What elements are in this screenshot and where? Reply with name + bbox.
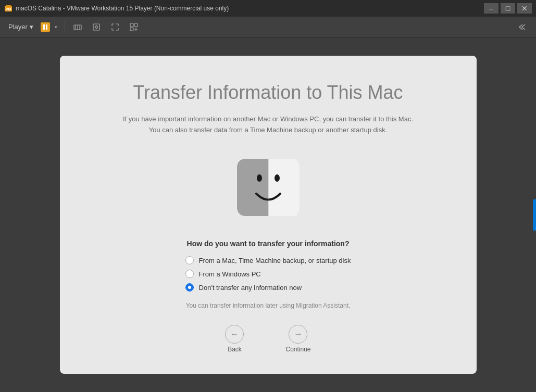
option-2-label: From a Windows PC [199,270,261,278]
window-controls: – □ ✕ [484,3,532,14]
helper-text: You can transfer information later using… [186,302,351,309]
pause-button[interactable] [41,22,50,32]
transfer-question: How do you want to transfer your informa… [187,239,350,248]
svg-rect-7 [93,24,99,30]
svg-rect-8 [130,23,133,27]
back-label: Back [228,346,242,353]
pause-dropdown-button[interactable]: ▾ [52,19,60,35]
dropdown-arrow-icon: ▾ [30,23,33,31]
continue-icon: → [289,325,307,344]
option-2[interactable]: From a Windows PC [185,270,351,278]
back-button[interactable]: ← Back [225,325,244,353]
radio-3-inner [188,286,191,289]
collapse-sidebar-button[interactable] [515,19,532,35]
toolbar-separator-1 [65,21,65,33]
title-bar: VM macOS Catalina - VMware Workstation 1… [0,0,536,17]
radio-3[interactable] [185,283,194,292]
svg-point-17 [275,174,280,182]
radio-2[interactable] [185,270,194,278]
svg-rect-9 [134,23,138,27]
continue-label: Continue [285,346,310,353]
svg-rect-1 [6,5,11,7]
options-list: From a Mac, Time Machine backup, or star… [185,256,351,292]
option-1[interactable]: From a Mac, Time Machine backup, or star… [185,256,351,264]
player-label: Player [8,23,28,31]
unity-button[interactable] [126,19,142,35]
fit-guest-button[interactable] [88,19,105,35]
toolbar-right [515,19,532,35]
player-menu-button[interactable]: Player ▾ [4,21,38,33]
radio-1[interactable] [185,256,194,264]
minimize-button[interactable]: – [484,3,498,14]
page-title: Transfer Information to This Mac [133,82,403,104]
send-ctrl-alt-del-button[interactable] [69,19,86,35]
app-icon: VM [4,4,13,12]
fullscreen-button[interactable] [107,19,123,35]
window-title: macOS Catalina - VMware Workstation 15 P… [16,5,481,12]
continue-button[interactable]: → Continue [285,325,310,353]
svg-point-16 [257,174,262,182]
finder-icon [234,156,302,219]
setup-panel: Transfer Information to This Mac If you … [60,56,477,374]
svg-text:VM: VM [6,7,11,11]
page-description: If you have important information on ano… [123,114,413,136]
toolbar: Player ▾ ▾ [0,17,536,37]
close-button[interactable]: ✕ [517,3,532,14]
option-1-label: From a Mac, Time Machine backup, or star… [199,257,351,264]
nav-buttons: ← Back → Continue [225,325,310,353]
option-3-label: Don't transfer any information now [199,284,302,292]
restore-button[interactable]: □ [501,3,515,14]
right-scroll-tab[interactable] [533,199,536,231]
option-3[interactable]: Don't transfer any information now [185,283,351,292]
svg-rect-10 [130,28,133,31]
main-area: Transfer Information to This Mac If you … [0,37,536,392]
back-icon: ← [225,325,244,344]
